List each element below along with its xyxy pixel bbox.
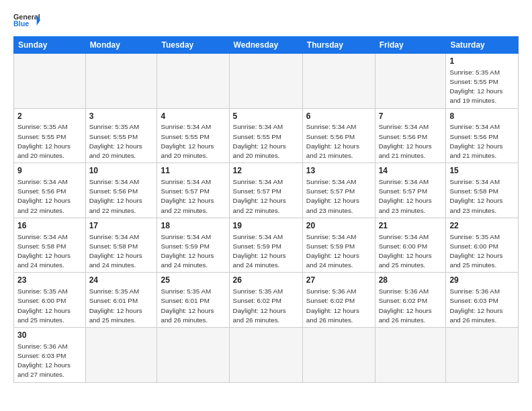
day-info: Sunrise: 5:34 AM Sunset: 5:55 PM Dayligh…	[233, 122, 299, 161]
calendar-cell-4-5: 20Sunrise: 5:34 AM Sunset: 5:59 PM Dayli…	[302, 218, 375, 273]
day-number: 2	[17, 111, 82, 122]
day-info: Sunrise: 5:36 AM Sunset: 6:02 PM Dayligh…	[306, 287, 371, 325]
calendar-week-3: 9Sunrise: 5:34 AM Sunset: 5:56 PM Daylig…	[14, 163, 519, 218]
calendar-cell-1-4	[229, 54, 302, 109]
calendar-cell-2-6: 7Sunrise: 5:34 AM Sunset: 5:56 PM Daylig…	[375, 108, 446, 163]
calendar-cell-6-1: 30Sunrise: 5:36 AM Sunset: 6:03 PM Dayli…	[14, 328, 86, 383]
calendar-cell-1-1	[14, 54, 86, 109]
day-info: Sunrise: 5:34 AM Sunset: 5:55 PM Dayligh…	[161, 122, 225, 161]
day-number: 16	[17, 220, 82, 232]
calendar-cell-3-1: 9Sunrise: 5:34 AM Sunset: 5:56 PM Daylig…	[14, 163, 86, 218]
calendar-header-wednesday: Wednesday	[229, 37, 302, 54]
calendar-cell-3-5: 13Sunrise: 5:34 AM Sunset: 5:57 PM Dayli…	[302, 163, 375, 218]
calendar-header-sunday: Sunday	[14, 37, 86, 54]
calendar-cell-1-5	[302, 54, 375, 109]
day-number: 11	[161, 165, 225, 177]
day-number: 7	[379, 111, 443, 122]
day-number: 27	[306, 275, 371, 286]
day-number: 14	[379, 165, 443, 177]
calendar-cell-4-1: 16Sunrise: 5:34 AM Sunset: 5:58 PM Dayli…	[14, 218, 86, 273]
day-number: 23	[17, 275, 82, 286]
logo: General Blue	[13, 11, 40, 31]
calendar-week-2: 2Sunrise: 5:35 AM Sunset: 5:55 PM Daylig…	[14, 108, 519, 163]
calendar-cell-6-3	[157, 328, 229, 383]
calendar-cell-5-1: 23Sunrise: 5:35 AM Sunset: 6:00 PM Dayli…	[14, 273, 86, 328]
day-info: Sunrise: 5:35 AM Sunset: 5:55 PM Dayligh…	[89, 122, 154, 161]
day-info: Sunrise: 5:35 AM Sunset: 6:02 PM Dayligh…	[233, 287, 299, 325]
calendar-cell-1-6	[375, 54, 446, 109]
calendar-cell-1-3	[157, 54, 229, 109]
day-info: Sunrise: 5:36 AM Sunset: 6:03 PM Dayligh…	[17, 342, 82, 380]
day-number: 6	[306, 111, 371, 122]
day-number: 12	[233, 165, 299, 177]
day-number: 22	[449, 220, 515, 232]
day-number: 25	[161, 275, 225, 286]
day-info: Sunrise: 5:34 AM Sunset: 5:56 PM Dayligh…	[379, 122, 443, 161]
day-number: 4	[161, 111, 225, 122]
day-info: Sunrise: 5:35 AM Sunset: 6:01 PM Dayligh…	[161, 287, 225, 325]
day-info: Sunrise: 5:35 AM Sunset: 5:55 PM Dayligh…	[17, 122, 82, 161]
day-info: Sunrise: 5:35 AM Sunset: 6:01 PM Dayligh…	[89, 287, 154, 325]
day-info: Sunrise: 5:34 AM Sunset: 5:57 PM Dayligh…	[379, 177, 443, 216]
day-number: 8	[449, 111, 515, 122]
day-info: Sunrise: 5:34 AM Sunset: 5:57 PM Dayligh…	[233, 177, 299, 216]
calendar-cell-2-4: 5Sunrise: 5:34 AM Sunset: 5:55 PM Daylig…	[229, 108, 302, 163]
calendar-cell-3-2: 10Sunrise: 5:34 AM Sunset: 5:56 PM Dayli…	[85, 163, 157, 218]
day-info: Sunrise: 5:34 AM Sunset: 5:56 PM Dayligh…	[306, 122, 371, 161]
day-info: Sunrise: 5:36 AM Sunset: 6:03 PM Dayligh…	[449, 287, 515, 325]
calendar-cell-6-4	[229, 328, 302, 383]
calendar-cell-2-3: 4Sunrise: 5:34 AM Sunset: 5:55 PM Daylig…	[157, 108, 229, 163]
day-number: 21	[379, 220, 443, 232]
calendar-cell-5-5: 27Sunrise: 5:36 AM Sunset: 6:02 PM Dayli…	[302, 273, 375, 328]
day-info: Sunrise: 5:34 AM Sunset: 5:58 PM Dayligh…	[17, 232, 82, 271]
calendar-cell-6-2	[85, 328, 157, 383]
calendar-cell-5-3: 25Sunrise: 5:35 AM Sunset: 6:01 PM Dayli…	[157, 273, 229, 328]
calendar-cell-3-6: 14Sunrise: 5:34 AM Sunset: 5:57 PM Dayli…	[375, 163, 446, 218]
calendar-header-friday: Friday	[375, 37, 446, 54]
svg-text:Blue: Blue	[13, 19, 29, 28]
calendar-cell-5-6: 28Sunrise: 5:36 AM Sunset: 6:02 PM Dayli…	[375, 273, 446, 328]
calendar-week-6: 30Sunrise: 5:36 AM Sunset: 6:03 PM Dayli…	[14, 328, 519, 383]
calendar-cell-2-7: 8Sunrise: 5:34 AM Sunset: 5:56 PM Daylig…	[446, 108, 519, 163]
day-info: Sunrise: 5:36 AM Sunset: 6:02 PM Dayligh…	[379, 287, 443, 325]
day-number: 28	[379, 275, 443, 286]
day-info: Sunrise: 5:35 AM Sunset: 6:00 PM Dayligh…	[17, 287, 82, 325]
calendar-cell-4-6: 21Sunrise: 5:34 AM Sunset: 6:00 PM Dayli…	[375, 218, 446, 273]
day-info: Sunrise: 5:34 AM Sunset: 5:56 PM Dayligh…	[17, 177, 82, 216]
calendar-cell-3-4: 12Sunrise: 5:34 AM Sunset: 5:57 PM Dayli…	[229, 163, 302, 218]
calendar-cell-5-4: 26Sunrise: 5:35 AM Sunset: 6:02 PM Dayli…	[229, 273, 302, 328]
day-number: 29	[449, 275, 515, 286]
calendar-header-row: SundayMondayTuesdayWednesdayThursdayFrid…	[14, 37, 519, 54]
day-number: 18	[161, 220, 225, 232]
calendar-cell-2-2: 3Sunrise: 5:35 AM Sunset: 5:55 PM Daylig…	[85, 108, 157, 163]
day-info: Sunrise: 5:34 AM Sunset: 5:56 PM Dayligh…	[89, 177, 154, 216]
calendar-header-monday: Monday	[85, 37, 157, 54]
day-info: Sunrise: 5:34 AM Sunset: 5:59 PM Dayligh…	[233, 232, 299, 271]
calendar-cell-2-5: 6Sunrise: 5:34 AM Sunset: 5:56 PM Daylig…	[302, 108, 375, 163]
day-info: Sunrise: 5:34 AM Sunset: 5:58 PM Dayligh…	[89, 232, 154, 271]
day-number: 17	[89, 220, 154, 232]
day-info: Sunrise: 5:35 AM Sunset: 5:55 PM Dayligh…	[449, 68, 515, 106]
day-info: Sunrise: 5:34 AM Sunset: 5:59 PM Dayligh…	[161, 232, 225, 271]
calendar-cell-1-7: 1Sunrise: 5:35 AM Sunset: 5:55 PM Daylig…	[446, 54, 519, 109]
day-info: Sunrise: 5:35 AM Sunset: 6:00 PM Dayligh…	[449, 232, 515, 271]
day-info: Sunrise: 5:34 AM Sunset: 5:59 PM Dayligh…	[306, 232, 371, 271]
calendar-week-4: 16Sunrise: 5:34 AM Sunset: 5:58 PM Dayli…	[14, 218, 519, 273]
header: General Blue	[13, 11, 519, 31]
calendar-cell-3-7: 15Sunrise: 5:34 AM Sunset: 5:58 PM Dayli…	[446, 163, 519, 218]
day-info: Sunrise: 5:34 AM Sunset: 6:00 PM Dayligh…	[379, 232, 443, 271]
day-info: Sunrise: 5:34 AM Sunset: 5:56 PM Dayligh…	[449, 122, 515, 161]
calendar-cell-6-7	[446, 328, 519, 383]
calendar-cell-3-3: 11Sunrise: 5:34 AM Sunset: 5:57 PM Dayli…	[157, 163, 229, 218]
calendar-cell-4-3: 18Sunrise: 5:34 AM Sunset: 5:59 PM Dayli…	[157, 218, 229, 273]
day-info: Sunrise: 5:34 AM Sunset: 5:58 PM Dayligh…	[449, 177, 515, 216]
day-number: 9	[17, 165, 82, 177]
day-number: 1	[449, 56, 515, 67]
calendar-cell-4-7: 22Sunrise: 5:35 AM Sunset: 6:00 PM Dayli…	[446, 218, 519, 273]
page: General Blue SundayMondayTuesdayWednesda…	[0, 0, 532, 390]
calendar-cell-5-7: 29Sunrise: 5:36 AM Sunset: 6:03 PM Dayli…	[446, 273, 519, 328]
day-number: 24	[89, 275, 154, 286]
day-number: 15	[449, 165, 515, 177]
day-info: Sunrise: 5:34 AM Sunset: 5:57 PM Dayligh…	[161, 177, 225, 216]
day-number: 20	[306, 220, 371, 232]
